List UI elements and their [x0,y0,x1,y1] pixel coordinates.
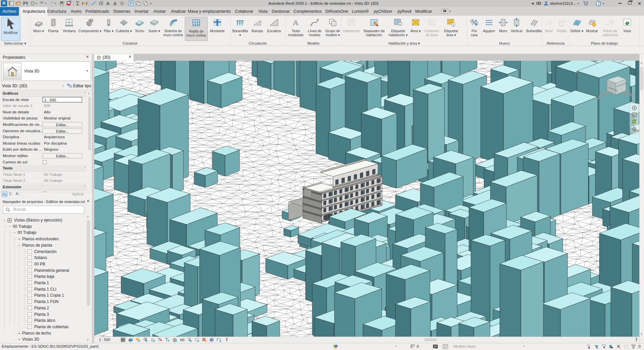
svg-text:1: 1 [452,23,454,26]
svg-text:A: A [106,1,110,6]
svg-text:C/X: C/X [587,344,590,346]
svg-text:.1: .1 [546,20,548,23]
svg-text:x: x [619,347,620,349]
svg-text:?: ? [598,2,600,5]
svg-text:1: 1 [399,23,401,25]
svg-text:0: 0 [102,3,103,5]
svg-text:A: A [292,18,298,27]
